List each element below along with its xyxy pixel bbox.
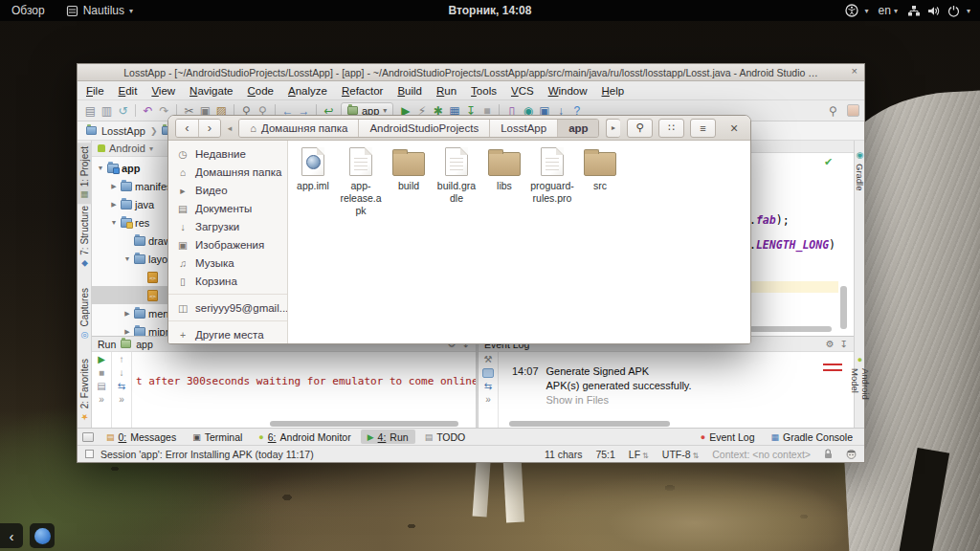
nautilus-headerbar[interactable]: ‹ › ◂ ⌂ Домашняя папка AndroidStudioProj… (168, 116, 750, 141)
status-widget[interactable]: LF (629, 449, 649, 460)
breadcrumb[interactable]: LosstApp (101, 125, 145, 137)
status-widget[interactable]: UTF-8 (662, 449, 699, 460)
path-extend-button[interactable]: ▸ (606, 119, 620, 138)
tool-button-captures[interactable]: ◎ Captures (78, 284, 92, 344)
app-menu[interactable]: Nautilus ▾ (56, 0, 143, 21)
sidebar-item-recent[interactable]: ◷ Недавние (168, 144, 287, 163)
sidebar-item-documents[interactable]: ▤ Документы (168, 199, 287, 217)
rerun-icon[interactable]: ▶ (98, 355, 105, 364)
accessibility-menu[interactable]: ▾ (845, 4, 869, 17)
hector-inspector-icon[interactable] (846, 449, 857, 459)
dock-icon[interactable]: ↧ (840, 339, 848, 349)
menu-item[interactable]: Refactor (342, 85, 383, 97)
menu-item[interactable]: Analyze (288, 85, 327, 97)
tree-expand-arrow[interactable]: ▶ (110, 201, 118, 209)
sidebar-item-pictures[interactable]: ▣ Изображения (168, 235, 287, 253)
stop-icon[interactable]: ■ (99, 368, 104, 378)
system-status-menu[interactable]: ▾ (907, 5, 970, 17)
tree-expand-arrow[interactable]: ▶ (110, 183, 118, 190)
tab-android-monitor[interactable]: ● 6: Android Monitor (252, 430, 357, 444)
tool-button-structure[interactable]: ◆ 7: Structure (78, 202, 92, 273)
menu-item[interactable]: Window (548, 85, 588, 97)
forward-button[interactable]: › (198, 120, 220, 137)
sync-icon[interactable]: ↺ (115, 101, 131, 121)
breadcrumb-button[interactable]: ⌂ Домашняя папка (239, 120, 359, 137)
tree-expand-arrow[interactable]: ▼ (110, 219, 118, 226)
sidebar-item-trash[interactable]: ▯ Корзина (168, 272, 287, 290)
menu-item[interactable]: VCS (511, 85, 534, 97)
menu-item[interactable]: Tools (471, 85, 497, 97)
file-item[interactable]: proguard-rules.pro (528, 147, 576, 205)
sidebar-separator[interactable] (168, 294, 287, 295)
tab-messages[interactable]: ▤ 0: Messages (100, 430, 183, 444)
refresh-icon[interactable]: ⇆ (484, 382, 492, 391)
tree-expand-arrow[interactable]: ▼ (97, 165, 104, 171)
path-scroll-left-icon[interactable]: ◂ (228, 123, 233, 133)
status-icon[interactable] (85, 450, 94, 458)
tool-button-favorites[interactable]: ★ 2: Favorites (78, 355, 92, 426)
menu-item[interactable]: Help (602, 85, 625, 97)
open-icon[interactable]: ▤ (82, 101, 99, 121)
menu-item[interactable]: File (86, 85, 104, 97)
tree-expand-arrow[interactable]: ▶ (123, 328, 131, 336)
file-item[interactable]: build (385, 147, 433, 192)
more-icon[interactable]: » (119, 395, 124, 405)
sidebar-item-videos[interactable]: ▸ Видео (168, 181, 287, 199)
menu-item[interactable]: Code (248, 85, 275, 97)
shell-app-button[interactable] (30, 523, 55, 548)
sidebar-item-google-account[interactable]: ◫ seriyyy95@gmail... (168, 298, 287, 317)
tool-button-gradle[interactable]: ◉ Gradle (855, 146, 865, 195)
sidebar-item-other-places[interactable]: + Другие места (168, 325, 287, 343)
status-widget[interactable]: 75:1 (595, 449, 614, 460)
down-stack-icon[interactable]: ↓ (120, 368, 124, 378)
inspection-ok-icon[interactable]: ✔ (824, 156, 833, 168)
tool-button-project[interactable]: ▦ 1: Project (78, 143, 92, 204)
breadcrumb-button[interactable]: LosstApp (490, 120, 558, 137)
console-horizontal-scrollbar[interactable] (270, 421, 458, 427)
settings-icon[interactable]: ⇆ (118, 382, 125, 391)
event-log-content[interactable]: 14:07 Generate Signed APK APK(s) generat… (499, 352, 854, 428)
menu-item[interactable]: View (151, 85, 175, 97)
file-view[interactable]: app.iml app-release.apk build (288, 141, 750, 343)
more-icon[interactable]: » (99, 395, 104, 405)
chevron-left-icon[interactable]: ‹ (0, 523, 23, 548)
sidebar-item-music[interactable]: ♫ Музыка (168, 253, 287, 272)
avatar[interactable] (847, 104, 859, 117)
show-logcat-icon[interactable]: ▤ (97, 382, 105, 391)
activities-button[interactable]: Обзор (0, 0, 56, 21)
window-titlebar[interactable]: LosstApp - [~/AndroidStudioProjects/Loss… (78, 64, 864, 81)
search-button[interactable]: ⚲ (627, 119, 653, 138)
search-everywhere-icon[interactable]: ⚲ (825, 101, 841, 121)
sidebar-separator[interactable] (168, 320, 287, 321)
breadcrumb-button[interactable]: AndroidStudioProjects (359, 120, 490, 137)
close-window-button[interactable]: × (724, 119, 744, 138)
file-item[interactable]: app-release.apk (337, 147, 385, 217)
project-view-selector[interactable]: Android (109, 143, 145, 154)
file-item[interactable]: app.iml (289, 147, 337, 192)
tree-expand-arrow[interactable]: ▶ (123, 310, 131, 318)
event-link[interactable]: Show in Files (546, 394, 609, 406)
menu-item[interactable]: Edit (119, 85, 138, 97)
run-console[interactable]: t after 300seconds waiting for emulator … (132, 352, 476, 428)
sidebar-item-home[interactable]: ⌂ Домашняя папка (168, 163, 287, 181)
tool-button-android-model[interactable]: ● Android Model (855, 351, 865, 428)
sidebar-item-downloads[interactable]: ↓ Загрузки (168, 217, 287, 235)
menu-button[interactable]: ≡ (690, 119, 716, 138)
grid-view-button[interactable]: ∷ (658, 119, 684, 138)
clock[interactable]: Вторник, 14:08 (449, 4, 532, 17)
undo-icon[interactable]: ↶ (140, 101, 156, 121)
gear-icon[interactable]: ⚙ (826, 339, 835, 349)
event-horizontal-scrollbar[interactable] (509, 421, 670, 427)
tab-event-log[interactable]: ● Event Log (694, 430, 762, 444)
keyboard-layout-menu[interactable]: en ▾ (879, 4, 898, 17)
lock-icon[interactable] (824, 449, 833, 459)
menu-item[interactable]: Build (397, 85, 422, 97)
close-window-button[interactable]: × (852, 65, 858, 77)
menu-item[interactable]: Run (436, 85, 457, 97)
tab-run[interactable]: ▶ 4: Run (361, 430, 415, 444)
file-item[interactable]: build.gradle (433, 147, 480, 205)
up-stack-icon[interactable]: ↑ (120, 355, 124, 364)
menu-item[interactable]: Navigate (189, 85, 233, 97)
tab-todo[interactable]: ▤ TODO (418, 430, 473, 444)
save-all-icon[interactable]: ▥ (99, 101, 115, 121)
